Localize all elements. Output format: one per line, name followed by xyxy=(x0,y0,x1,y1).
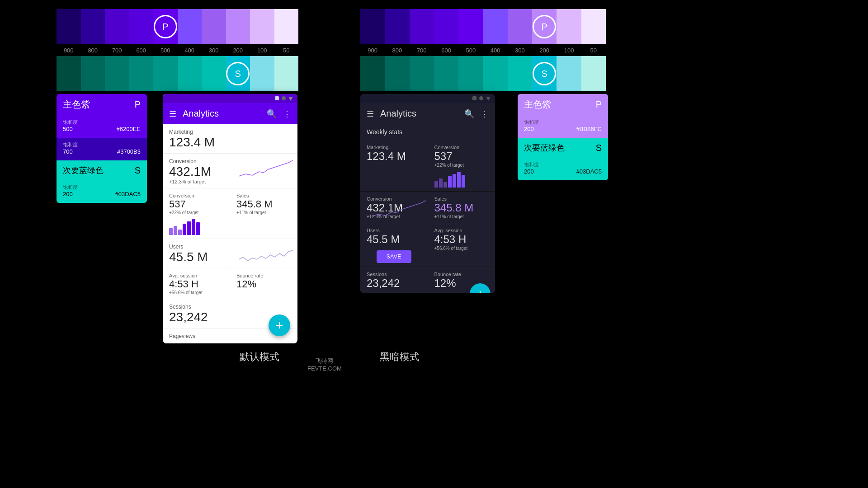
rt-400 xyxy=(483,56,507,91)
swatch-800 xyxy=(81,9,105,44)
r-shade-700: 700 xyxy=(410,47,434,54)
sales-sub: +11% of target xyxy=(236,210,291,215)
swatch-600 xyxy=(129,9,154,44)
teal-600 xyxy=(129,56,154,91)
menu-icon[interactable]: ☰ xyxy=(169,109,176,119)
shade-label-200: 200 xyxy=(226,47,250,54)
rt-300 xyxy=(508,56,532,91)
left-color-card-purple: 主色紫 P 饱和度 500#6200EE 饱和度 700#3700B3 次要蓝绿… xyxy=(57,94,147,203)
card-marketing: Marketing 123.4 M xyxy=(163,124,297,154)
rt-500 xyxy=(458,56,483,91)
r-swatch-400 xyxy=(483,9,507,44)
dark-sales: Sales 345.8 M +11% of target xyxy=(428,192,495,223)
r-swatch-700 xyxy=(410,9,434,44)
users-line-chart xyxy=(239,244,293,266)
r-shade-900: 900 xyxy=(360,47,385,54)
line-chart xyxy=(239,158,293,181)
r-shade-400: 400 xyxy=(483,47,507,54)
d-bounce-label: Bounce rate xyxy=(434,272,489,277)
dark-sessions: Sessions 23,242 xyxy=(360,267,428,293)
rt-600 xyxy=(434,56,458,91)
toolbar-title-dark: Analytics xyxy=(380,108,458,119)
swatch-300 xyxy=(202,9,226,44)
bounce-label: Bounce rate xyxy=(236,273,291,278)
d-users-label: Users xyxy=(367,228,421,233)
r-swatch-200-avatar: P xyxy=(532,9,557,44)
d-avg-value: 4:53 H xyxy=(434,233,489,246)
swatch-50 xyxy=(274,9,299,44)
shade-label-100: 100 xyxy=(250,47,274,54)
swatch-shade-700: 700#3700B3 xyxy=(63,148,141,155)
teal-swatch-label: 饱和度 xyxy=(63,184,141,191)
more-icon-dark[interactable]: ⋮ xyxy=(481,109,489,119)
rt-800 xyxy=(385,56,409,91)
d-sales-label: Sales xyxy=(434,196,489,202)
sales-label: Sales xyxy=(236,193,291,198)
swatch-400 xyxy=(178,9,202,44)
d-conv-sub: +22% of target xyxy=(434,163,489,168)
fab-light[interactable]: + xyxy=(269,314,290,336)
d-sales-value: 345.8 M xyxy=(434,202,489,214)
more-icon[interactable]: ⋮ xyxy=(283,109,291,119)
r-shade-50: 50 xyxy=(581,47,606,54)
status-dot-d1 xyxy=(472,96,476,100)
card-avatar-s: S xyxy=(135,165,141,176)
shade-label-900: 900 xyxy=(57,47,81,54)
r-swatch-800 xyxy=(385,9,409,44)
avg-sub: +56.6% of target xyxy=(169,290,223,295)
r-card-title-purple: 主色紫 xyxy=(524,99,551,111)
swatch-700 xyxy=(105,9,129,44)
status-dot-3 xyxy=(288,97,293,101)
swatch-shade-500: 500#6200EE xyxy=(63,126,141,132)
swatch-200 xyxy=(226,9,250,44)
right-palette-teal: S xyxy=(360,56,606,91)
default-mode-label: 默认模式 xyxy=(240,350,279,364)
teal-800 xyxy=(81,56,105,91)
shade-label-300: 300 xyxy=(202,47,226,54)
r-shade-200: 200 xyxy=(532,47,557,54)
teal-700 xyxy=(105,56,129,91)
dark-conversion-small: Conversion 537 +22% of target xyxy=(428,140,495,191)
conv-small-value: 537 xyxy=(169,198,223,210)
r-swatch-50 xyxy=(581,9,606,44)
toolbar-title-light: Analytics xyxy=(183,108,260,119)
d-conv-value: 537 xyxy=(434,150,489,163)
left-palette-teal: S xyxy=(57,56,298,91)
dark-bar-chart xyxy=(434,169,489,188)
card-users: Users 45.5 M xyxy=(163,239,297,268)
r-shade-500: 500 xyxy=(458,47,483,54)
r-swatch-300 xyxy=(508,9,532,44)
teal-100 xyxy=(250,56,274,91)
dark-bounce: Bounce rate 12% + xyxy=(428,267,495,293)
dark-marketing: Marketing 123.4 M xyxy=(360,140,428,191)
r-swatch-500 xyxy=(458,9,483,44)
save-button[interactable]: SAVE xyxy=(377,250,411,263)
phone-light: ☰ Analytics 🔍 ⋮ Marketing 123.4 M Conver… xyxy=(163,94,297,343)
search-icon-dark[interactable]: 🔍 xyxy=(464,109,474,119)
status-dot-2 xyxy=(282,96,286,100)
menu-icon-dark[interactable]: ☰ xyxy=(367,109,374,119)
watermark: 飞特网 FEVTE.COM xyxy=(307,357,342,372)
card-title-teal: 次要蓝绿色 xyxy=(63,165,104,176)
r-swatch-900 xyxy=(360,9,385,44)
swatch-900 xyxy=(57,9,81,44)
swatch-500-avatar: P xyxy=(153,9,178,44)
search-icon[interactable]: 🔍 xyxy=(267,109,277,119)
r-swatch-100 xyxy=(557,9,581,44)
d-users-value: 45.5 M xyxy=(367,233,421,246)
toolbar-light: ☰ Analytics 🔍 ⋮ xyxy=(163,103,297,124)
status-dot-1 xyxy=(275,96,279,100)
teal-200-avatar: S xyxy=(226,56,250,91)
r-swatch-shade-200: 200#BB86FC xyxy=(524,126,602,132)
watermark-site: 飞特网 xyxy=(307,357,342,365)
card-avatar-p: P xyxy=(135,99,141,110)
r-card-title-teal: 次要蓝绿色 xyxy=(524,142,565,153)
avg-label: Avg. session xyxy=(169,273,223,278)
r-avatar-p: P xyxy=(533,15,556,38)
shade-label-700: 700 xyxy=(105,47,129,54)
rt-50 xyxy=(581,56,606,91)
card-bounce: Bounce rate 12% xyxy=(230,268,297,299)
shade-label-500: 500 xyxy=(153,47,178,54)
teal-300 xyxy=(202,56,226,91)
r-card-avatar-s: S xyxy=(596,143,602,153)
